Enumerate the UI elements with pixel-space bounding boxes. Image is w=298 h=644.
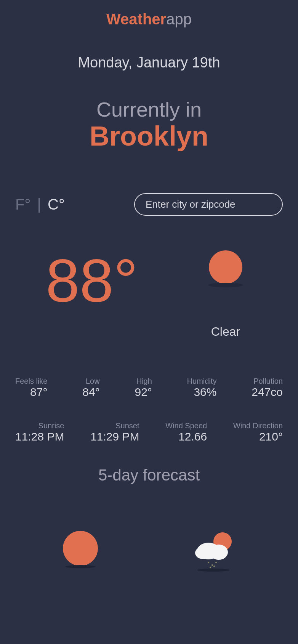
sun-icon	[61, 530, 99, 568]
stat-value: 87°	[15, 386, 47, 399]
stat-label: Sunset	[90, 421, 139, 430]
stat-pollution: Pollution 247co	[252, 377, 283, 399]
stat-label: Sunrise	[15, 421, 64, 430]
svg-point-9	[211, 564, 213, 566]
current-temperature: 88°	[46, 250, 138, 311]
unit-celsius[interactable]: C°	[48, 196, 65, 213]
stat-value: 36%	[187, 386, 217, 399]
svg-point-12	[213, 566, 215, 567]
stat-value: 210°	[233, 430, 283, 443]
svg-point-11	[210, 567, 211, 568]
stat-wind-direction: Wind Direction 210°	[233, 421, 283, 443]
unit-toggle[interactable]: F° | C°	[15, 196, 65, 213]
svg-point-7	[195, 547, 210, 559]
forecast-title: 5-day forecast	[15, 466, 283, 484]
unit-separator: |	[37, 196, 41, 213]
currently-label: Currently in	[15, 98, 283, 121]
search-input[interactable]	[134, 193, 283, 216]
stat-label: Humidity	[187, 377, 217, 386]
svg-point-13	[197, 569, 229, 572]
stat-sunset: Sunset 11:29 PM	[90, 421, 139, 443]
stat-low: Low 84°	[82, 377, 99, 399]
stat-high: High 92°	[135, 377, 152, 399]
forecast-item[interactable]	[191, 530, 237, 572]
rain-sun-icon	[191, 530, 237, 572]
svg-point-3	[65, 565, 96, 568]
stat-label: High	[135, 377, 152, 386]
forecast-item[interactable]	[61, 530, 99, 572]
stat-label: Wind Speed	[165, 421, 207, 430]
stat-label: Wind Direction	[233, 421, 283, 430]
condition-label: Clear	[199, 325, 252, 339]
stat-feels-like: Feels like 87°	[15, 377, 47, 399]
stat-value: 84°	[82, 386, 99, 399]
stats-row-2: Sunrise 11:28 PM Sunset 11:29 PM Wind Sp…	[15, 421, 283, 443]
unit-fahrenheit[interactable]: F°	[15, 196, 30, 213]
logo-bold: Weather	[106, 11, 166, 27]
stat-label: Pollution	[252, 377, 283, 386]
stat-label: Feels like	[15, 377, 47, 386]
city-name: Brooklyn	[15, 121, 283, 151]
svg-point-6	[210, 545, 228, 560]
stat-value: 12.66	[165, 430, 207, 443]
stat-humidity: Humidity 36%	[187, 377, 217, 399]
stat-wind-speed: Wind Speed 12.66	[165, 421, 207, 443]
forecast-row	[15, 530, 283, 572]
current-date: Monday, January 19th	[15, 54, 283, 71]
stat-value: 247co	[252, 386, 283, 399]
stat-value: 11:28 PM	[15, 430, 64, 443]
stats-row-1: Feels like 87° Low 84° High 92° Humidity…	[15, 377, 283, 399]
stat-value: 92°	[135, 386, 152, 399]
svg-point-0	[209, 250, 242, 284]
svg-point-2	[63, 531, 98, 566]
app-logo: Weatherapp	[15, 11, 283, 28]
svg-point-1	[208, 283, 243, 287]
stat-label: Low	[82, 377, 99, 386]
stat-sunrise: Sunrise 11:28 PM	[15, 421, 64, 443]
stat-value: 11:29 PM	[90, 430, 139, 443]
svg-point-10	[215, 562, 217, 563]
sun-icon	[199, 250, 252, 303]
svg-point-8	[208, 562, 209, 563]
logo-light: app	[166, 11, 192, 27]
